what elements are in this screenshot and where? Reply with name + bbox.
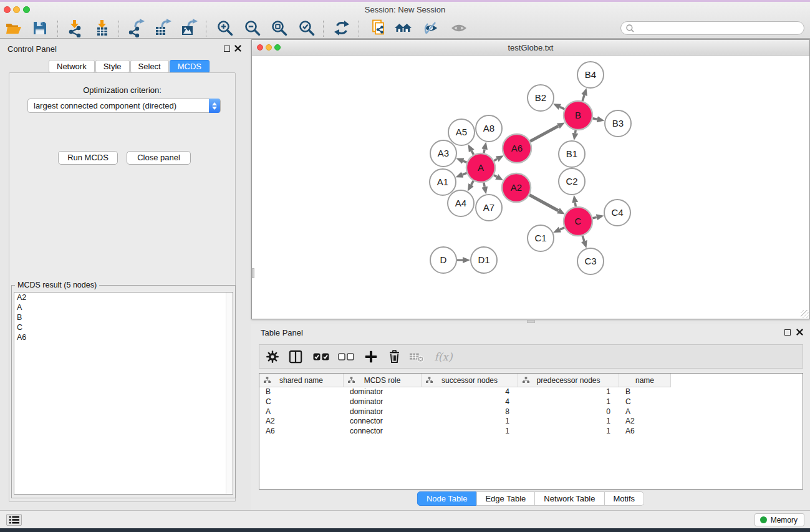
graph-edge-C-C2[interactable] bbox=[575, 203, 576, 207]
graph-node-A2[interactable]: A2 bbox=[502, 173, 531, 202]
graph-node-C4[interactable]: C4 bbox=[604, 200, 630, 226]
table-cell[interactable]: dominator bbox=[344, 407, 422, 417]
mcds-result-item[interactable]: C bbox=[14, 322, 233, 332]
graph-edge-C-C3[interactable] bbox=[582, 236, 584, 241]
table-cell[interactable]: 4 bbox=[422, 387, 518, 397]
deselect-all-columns-icon[interactable] bbox=[337, 349, 357, 365]
graph-edge-A6-B[interactable] bbox=[530, 126, 558, 141]
graph-edge-B-B4[interactable] bbox=[582, 95, 584, 101]
select-all-columns-icon[interactable] bbox=[312, 349, 332, 365]
graph-edge-C-C4[interactable] bbox=[592, 217, 596, 218]
column-header-predecessor-nodes[interactable]: predecessor nodes bbox=[518, 374, 619, 387]
network-window-titlebar[interactable]: testGlobe.txt bbox=[252, 40, 809, 56]
table-row[interactable]: Cdominator41C bbox=[259, 397, 803, 407]
table-cell[interactable]: 1 bbox=[518, 417, 619, 427]
table-cell[interactable]: dominator bbox=[344, 397, 422, 407]
window-edge-handle[interactable] bbox=[252, 268, 254, 278]
table-cell[interactable]: 1 bbox=[422, 427, 518, 437]
column-header-MCDS-role[interactable]: MCDS role bbox=[344, 374, 422, 387]
table-cell[interactable]: 1 bbox=[422, 417, 518, 427]
search-field[interactable] bbox=[620, 21, 804, 35]
graph-node-D[interactable]: D bbox=[430, 247, 456, 273]
tab-edge-table[interactable]: Edge Table bbox=[476, 491, 535, 506]
graph-node-C2[interactable]: C2 bbox=[559, 168, 585, 195]
graph-edge-A-A5[interactable] bbox=[471, 151, 473, 155]
table-cell[interactable]: 1 bbox=[518, 397, 619, 407]
run-mcds-button[interactable]: Run MCDS bbox=[58, 151, 118, 165]
hide-panels-icon[interactable] bbox=[422, 19, 441, 37]
import-table-icon[interactable] bbox=[93, 19, 112, 37]
table-cell[interactable]: A2 bbox=[619, 417, 671, 427]
table-cell[interactable]: 1 bbox=[518, 427, 619, 437]
table-row[interactable]: Bdominator41B bbox=[259, 387, 803, 397]
graph-node-B[interactable]: B bbox=[564, 101, 592, 130]
graph-edge-A-A3[interactable] bbox=[463, 161, 467, 162]
graph-edge-A-A8[interactable] bbox=[484, 149, 485, 153]
import-network-icon[interactable] bbox=[65, 19, 84, 37]
column-header-shared-name[interactable]: shared name bbox=[259, 374, 344, 387]
show-panels-icon[interactable] bbox=[450, 19, 469, 37]
save-session-icon[interactable] bbox=[31, 19, 49, 37]
tab-select[interactable]: Select bbox=[130, 60, 169, 73]
close-table-panel-icon[interactable] bbox=[796, 329, 803, 336]
function-builder-icon[interactable]: f(x) bbox=[431, 349, 456, 365]
memory-button[interactable]: Memory bbox=[755, 513, 804, 526]
mcds-result-list[interactable]: A2ABCA6 bbox=[14, 292, 233, 495]
table-cell[interactable]: connector bbox=[344, 427, 422, 437]
graph-node-A3[interactable]: A3 bbox=[430, 140, 456, 167]
table-cell[interactable]: B bbox=[619, 387, 671, 397]
table-cell[interactable]: 4 bbox=[422, 397, 518, 407]
tab-style[interactable]: Style bbox=[95, 60, 130, 73]
delete-column-icon[interactable] bbox=[386, 349, 402, 365]
graph-node-B2[interactable]: B2 bbox=[528, 85, 554, 111]
graph-node-A[interactable]: A bbox=[466, 153, 495, 182]
graph-node-A5[interactable]: A5 bbox=[448, 119, 475, 145]
column-header-name[interactable]: name bbox=[619, 374, 671, 387]
mcds-result-item[interactable]: A2 bbox=[14, 293, 233, 302]
network-from-selection-icon[interactable] bbox=[370, 19, 388, 37]
graph-node-C[interactable]: C bbox=[564, 207, 592, 236]
graph-edge-C-C1[interactable] bbox=[560, 228, 564, 230]
table-cell[interactable]: connector bbox=[344, 417, 422, 427]
task-history-button[interactable] bbox=[6, 514, 22, 526]
open-file-icon[interactable] bbox=[4, 19, 23, 37]
graph-node-A6[interactable]: A6 bbox=[503, 134, 531, 163]
graph-edge-A-A7[interactable] bbox=[484, 183, 485, 187]
graph-edge-A-A1[interactable] bbox=[463, 173, 467, 175]
mcds-result-item[interactable]: B bbox=[14, 312, 233, 322]
resize-grip-icon[interactable] bbox=[801, 310, 809, 318]
graph-edge-A2-C[interactable] bbox=[529, 195, 558, 210]
table-cell[interactable]: A2 bbox=[259, 417, 344, 427]
table-cell[interactable]: C bbox=[619, 397, 671, 407]
split-divider-handle[interactable] bbox=[527, 320, 535, 323]
mcds-result-item[interactable]: A6 bbox=[14, 332, 233, 342]
table-row[interactable]: A6connector11A6 bbox=[259, 427, 803, 437]
criterion-dropdown[interactable]: largest connected component (directed) bbox=[27, 99, 221, 113]
graph-node-A7[interactable]: A7 bbox=[476, 195, 502, 221]
column-header-successor-nodes[interactable]: successor nodes bbox=[422, 374, 518, 387]
tab-network[interactable]: Network bbox=[49, 60, 95, 73]
table-row[interactable]: Adominator80A bbox=[259, 407, 803, 417]
settings-gear-icon[interactable] bbox=[264, 349, 281, 365]
graph-node-A1[interactable]: A1 bbox=[430, 169, 456, 195]
graph-edge-B-B1[interactable] bbox=[575, 130, 576, 133]
node-table[interactable]: shared nameMCDS rolesuccessor nodesprede… bbox=[259, 373, 803, 490]
zoom-fit-icon[interactable] bbox=[270, 19, 289, 37]
export-image-icon[interactable] bbox=[180, 19, 198, 37]
tab-mcds[interactable]: MCDS bbox=[170, 60, 210, 73]
float-panel-icon[interactable] bbox=[224, 46, 230, 52]
graph-node-A8[interactable]: A8 bbox=[476, 115, 502, 142]
graph-node-C1[interactable]: C1 bbox=[528, 225, 554, 251]
close-panel-icon[interactable] bbox=[234, 45, 241, 52]
table-cell[interactable]: B bbox=[259, 387, 344, 397]
tab-network-table[interactable]: Network Table bbox=[534, 491, 604, 506]
graph-node-A4[interactable]: A4 bbox=[448, 190, 474, 216]
graph-node-B3[interactable]: B3 bbox=[605, 110, 631, 137]
destroy-table-icon[interactable] bbox=[408, 349, 425, 365]
table-cell[interactable]: A bbox=[619, 407, 671, 417]
tab-node-table[interactable]: Node Table bbox=[417, 491, 477, 506]
graph-edge-A-A6[interactable] bbox=[494, 159, 497, 161]
add-column-icon[interactable] bbox=[363, 349, 379, 365]
zoom-out-icon[interactable] bbox=[243, 19, 262, 37]
table-cell[interactable]: dominator bbox=[344, 387, 422, 397]
